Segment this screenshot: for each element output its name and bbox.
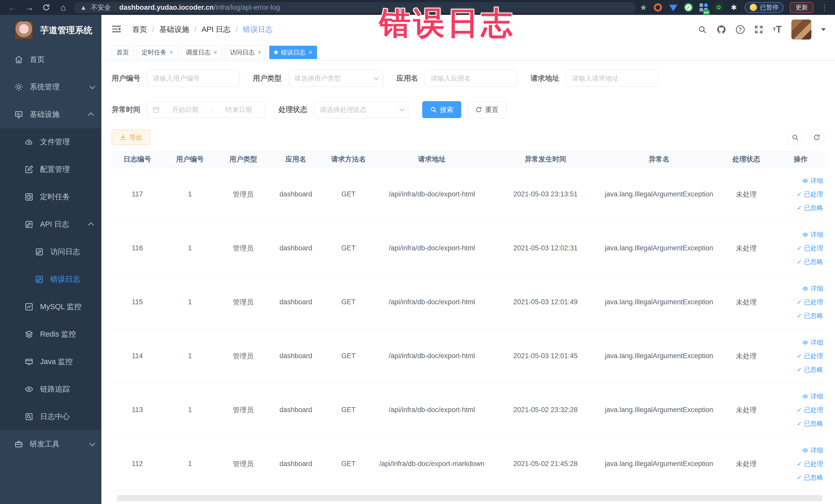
sidebar-item-file-mgmt[interactable]: 文件管理	[0, 128, 101, 156]
sidebar-item-error-log[interactable]: 错误日志	[0, 265, 101, 293]
export-button[interactable]: 导出	[111, 130, 150, 145]
divider	[115, 4, 115, 11]
mark-processed-link[interactable]: ✓已处理	[797, 352, 823, 360]
cell-exception-time: 2021-05-03 12:01:49	[489, 298, 602, 306]
extension-puzzle-icon[interactable]: ✱	[729, 3, 738, 12]
tab-scheduled-jobs[interactable]: 定时任务×	[137, 46, 178, 59]
reset-button[interactable]: 重置	[467, 101, 506, 118]
tab-access-log[interactable]: 访问日志×	[225, 46, 266, 59]
mark-ignored-link[interactable]: ✓已忽略	[797, 473, 823, 482]
browser-back-icon[interactable]: ←	[6, 1, 19, 14]
github-icon[interactable]	[716, 25, 726, 35]
mark-ignored-link[interactable]: ✓已忽略	[797, 311, 823, 320]
close-icon[interactable]: ×	[308, 49, 312, 56]
cell-user-type: 管理员	[217, 298, 269, 307]
user-type-label: 用户类型	[253, 74, 282, 83]
fullscreen-icon[interactable]	[754, 25, 763, 34]
detail-link[interactable]: 详细	[802, 392, 823, 401]
close-icon[interactable]: ×	[213, 49, 217, 56]
refresh-icon	[475, 106, 482, 113]
sidebar-item-scheduled-jobs[interactable]: 定时任务	[0, 183, 101, 210]
detail-link[interactable]: 详细	[802, 446, 823, 455]
detail-link[interactable]: 详细	[802, 176, 823, 185]
browser-reload-icon[interactable]	[40, 1, 53, 14]
address-bar[interactable]: ▲ 不安全 dashboard.yudao.iocoder.cn/infra/l…	[74, 2, 636, 13]
header-search-icon[interactable]	[698, 25, 707, 34]
mark-processed-link[interactable]: ✓已处理	[797, 244, 823, 253]
close-icon[interactable]: ×	[258, 49, 261, 56]
cell-user-type: 管理员	[217, 190, 269, 199]
table-row: 114 1 管理员 dashboard GET /api/infra/db-do…	[111, 329, 825, 383]
breadcrumb-home[interactable]: 首页	[132, 24, 147, 35]
sidebar-collapse-icon[interactable]	[111, 25, 121, 35]
sidebar-item-home[interactable]: 首页	[0, 46, 101, 73]
browser-update-button[interactable]: 更新	[790, 2, 813, 13]
mark-processed-link[interactable]: ✓已处理	[797, 406, 823, 414]
sidebar-item-log-center[interactable]: 日志中心	[0, 403, 101, 430]
exception-time-range-picker[interactable]: 开始日期 - 结束日期	[147, 101, 265, 118]
bookmark-star-icon[interactable]: ★	[640, 3, 647, 12]
extension-icon-shield[interactable]	[669, 3, 678, 12]
sidebar-item-tracing[interactable]: 链路追踪	[0, 375, 101, 403]
paused-extension-button[interactable]: 已暂停	[745, 2, 784, 13]
tab-schedule-log[interactable]: 调度日志×	[181, 46, 222, 59]
app-name-input[interactable]	[425, 70, 517, 87]
toggle-search-button[interactable]	[787, 129, 803, 145]
request-url-input[interactable]	[566, 70, 658, 87]
mark-processed-link[interactable]: ✓已处理	[797, 460, 823, 468]
browser-menu-icon[interactable]: ⋮	[820, 3, 829, 12]
search-button[interactable]: 搜索	[422, 101, 461, 118]
detail-link[interactable]: 详细	[802, 230, 823, 239]
sidebar-item-api-log[interactable]: API 日志	[0, 210, 101, 238]
process-status-select[interactable]: 请选择处理状态	[314, 101, 409, 118]
sidebar-item-java-monitor[interactable]: Java 监控	[0, 348, 101, 375]
mark-ignored-link[interactable]: ✓已忽略	[797, 419, 823, 428]
avatar[interactable]	[791, 20, 811, 40]
browser-forward-icon[interactable]: →	[23, 1, 36, 14]
caret-down-icon[interactable]	[821, 28, 826, 31]
toolbox-icon	[14, 440, 23, 448]
detail-link[interactable]: 详细	[802, 284, 823, 293]
extension-icon-orange[interactable]	[653, 3, 663, 12]
cell-log-id: 115	[111, 298, 163, 306]
sidebar-item-access-log[interactable]: 访问日志	[0, 238, 101, 265]
mark-ignored-link[interactable]: ✓已忽略	[797, 365, 823, 374]
user-id-input[interactable]	[147, 70, 240, 87]
extension-icon-green-check[interactable]: ✓	[684, 3, 693, 12]
sidebar-item-system-mgmt[interactable]: 系统管理	[0, 73, 101, 101]
filter-row-2: 异常时间 开始日期 - 结束日期 处理状态 请选择处理状态 搜索	[111, 101, 825, 118]
sidebar-item-mysql-monitor[interactable]: MySQL 监控	[0, 293, 101, 320]
mark-ignored-link[interactable]: ✓已忽略	[797, 204, 823, 212]
breadcrumb-infrastructure[interactable]: 基础设施	[159, 24, 189, 35]
breadcrumb-api-log[interactable]: API 日志	[202, 24, 230, 35]
infrastructure-submenu: 文件管理 配置管理 定时任务 API 日志 访问日志	[0, 128, 101, 430]
sidebar-item-config-mgmt[interactable]: 配置管理	[0, 156, 101, 183]
horizontal-scrollbar[interactable]	[117, 495, 822, 501]
sidebar-logo-row[interactable]: 芋道管理系统	[0, 15, 101, 46]
close-icon[interactable]: ×	[169, 49, 173, 56]
check-icon: ✓	[797, 474, 802, 481]
sidebar-item-dev-tools[interactable]: 研发工具	[0, 430, 101, 458]
chevron-down-icon	[400, 106, 405, 112]
extension-icon-grid[interactable]: on	[699, 3, 708, 12]
font-size-icon[interactable]: TT	[773, 24, 781, 35]
browser-home-icon[interactable]: ⌂	[57, 1, 70, 14]
cell-exception-name: java.lang.IllegalArgumentException	[602, 352, 716, 360]
tab-error-log[interactable]: 错误日志×	[269, 46, 317, 59]
cell-user-type: 管理员	[217, 244, 269, 253]
mark-processed-link[interactable]: ✓已处理	[797, 298, 823, 306]
help-icon[interactable]: ?	[736, 25, 745, 34]
mark-ignored-link[interactable]: ✓已忽略	[797, 258, 823, 266]
refresh-table-button[interactable]	[809, 129, 825, 145]
form-icon	[35, 275, 44, 284]
mark-processed-link[interactable]: ✓已处理	[797, 190, 823, 199]
tab-home[interactable]: 首页	[111, 46, 134, 59]
detail-link[interactable]: 详细	[802, 338, 823, 347]
cell-method: GET	[322, 244, 375, 252]
user-type-select[interactable]: 请选择用户类型	[288, 70, 383, 87]
cell-process-status: 未处理	[716, 405, 776, 415]
breadcrumb-error-log: 错误日志	[243, 24, 272, 35]
extension-icon-sprout[interactable]: ✿	[714, 3, 723, 12]
sidebar-item-redis-monitor[interactable]: Redis 监控	[0, 320, 101, 348]
sidebar-item-infrastructure[interactable]: 基础设施	[0, 101, 101, 128]
